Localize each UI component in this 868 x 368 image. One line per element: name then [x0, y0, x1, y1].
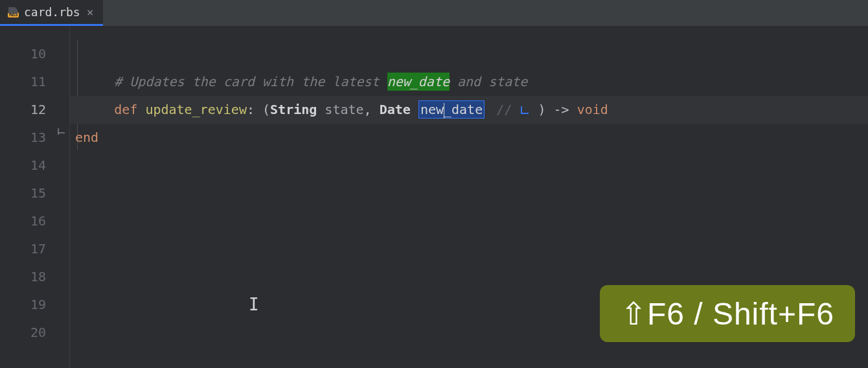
- line-number[interactable]: 10: [0, 40, 69, 68]
- line-number[interactable]: 17: [0, 235, 69, 263]
- inlay-hint: //: [488, 102, 530, 117]
- code-line: [70, 235, 868, 263]
- gutter: 1011121314151617181920: [0, 26, 70, 368]
- code-line: end: [70, 124, 868, 152]
- code-line-active: def update_review: (String state, Date n…: [70, 96, 868, 124]
- rbs-file-icon: RBS: [8, 7, 19, 17]
- line-number[interactable]: 14: [0, 152, 69, 179]
- code-line: [70, 179, 868, 207]
- line-number[interactable]: 15: [0, 179, 69, 207]
- line-number[interactable]: 18: [0, 263, 69, 291]
- rename-input[interactable]: new_date: [418, 100, 485, 119]
- line-number[interactable]: 20: [0, 319, 69, 347]
- code-line: [70, 152, 868, 179]
- tab-filename: card.rbs: [24, 5, 80, 19]
- usage-highlight: new_date: [387, 73, 450, 91]
- shortcut-hint-overlay: ⇧F6 / Shift+F6: [600, 285, 855, 342]
- fold-end-icon[interactable]: [57, 126, 66, 135]
- line-number[interactable]: 12: [0, 96, 69, 124]
- line-number[interactable]: 16: [0, 207, 69, 235]
- tab-bar: RBS card.rbs ×: [0, 0, 868, 26]
- line-number[interactable]: 19: [0, 291, 69, 319]
- file-tab[interactable]: RBS card.rbs ×: [0, 0, 103, 26]
- code-line: # Updates the card with the latest new_d…: [70, 68, 868, 96]
- close-icon[interactable]: ×: [86, 5, 95, 19]
- code-line: [70, 207, 868, 235]
- code-line: [70, 40, 868, 68]
- line-number[interactable]: 11: [0, 68, 69, 96]
- rename-hint-icon: [520, 106, 530, 115]
